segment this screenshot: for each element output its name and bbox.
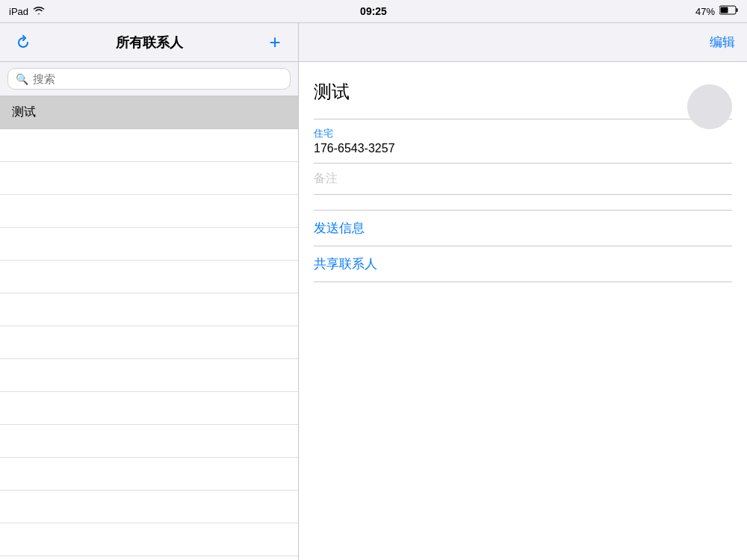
right-panel: 编辑 测试 住宅 176-6543-3257 备注 发送信息 共享联系人 — [299, 23, 747, 560]
notes-placeholder: 备注 — [314, 164, 732, 195]
list-item[interactable]: 测试 — [0, 96, 298, 129]
empty-row — [0, 392, 298, 425]
empty-row — [0, 162, 298, 195]
add-contact-button[interactable]: + — [264, 31, 286, 54]
status-right: 47% — [695, 5, 738, 17]
empty-row — [0, 556, 298, 560]
svg-rect-1 — [737, 8, 738, 12]
right-header: 编辑 — [299, 23, 747, 62]
svg-rect-2 — [721, 7, 728, 13]
empty-row — [0, 293, 298, 326]
empty-row — [0, 195, 298, 228]
contact-name-cell: 测试 — [12, 105, 36, 120]
phone-section: 住宅 176-6543-3257 备注 — [314, 119, 732, 195]
left-panel: 所有联系人 + 🔍 测试 — [0, 23, 299, 560]
empty-row — [0, 523, 298, 556]
contact-full-name: 测试 — [314, 80, 732, 104]
device-label: iPad — [9, 6, 28, 17]
status-bar: iPad 09:25 47% — [0, 0, 747, 22]
empty-row — [0, 261, 298, 293]
search-icon: 🔍 — [16, 73, 28, 85]
wifi-icon — [33, 6, 45, 17]
action-section: 发送信息 共享联系人 — [314, 210, 732, 282]
phone-label: 住宅 — [314, 127, 732, 140]
contact-list: 测试 — [0, 96, 298, 560]
empty-row — [0, 129, 298, 162]
send-message-button[interactable]: 发送信息 — [314, 210, 732, 246]
empty-row — [0, 425, 298, 458]
left-header: 所有联系人 + — [0, 23, 298, 62]
battery-label: 47% — [695, 6, 715, 17]
edit-button[interactable]: 编辑 — [710, 34, 735, 51]
contacts-title: 所有联系人 — [34, 34, 264, 52]
search-input[interactable] — [33, 72, 282, 85]
search-bar-wrap: 🔍 — [0, 62, 298, 96]
empty-row — [0, 326, 298, 359]
empty-row — [0, 458, 298, 491]
contact-detail: 测试 住宅 176-6543-3257 备注 发送信息 共享联系人 — [299, 62, 747, 282]
empty-row — [0, 228, 298, 261]
phone-value[interactable]: 176-6543-3257 — [314, 142, 732, 155]
status-time: 09:25 — [360, 5, 387, 17]
battery-icon — [719, 5, 738, 17]
search-bar: 🔍 — [7, 68, 291, 90]
status-left: iPad — [9, 6, 45, 17]
refresh-button[interactable] — [12, 35, 34, 50]
share-contact-button[interactable]: 共享联系人 — [314, 246, 732, 282]
empty-row — [0, 359, 298, 392]
main-layout: 所有联系人 + 🔍 测试 — [0, 22, 747, 560]
empty-row — [0, 491, 298, 523]
avatar — [687, 84, 732, 129]
phone-row: 住宅 176-6543-3257 — [314, 119, 732, 164]
